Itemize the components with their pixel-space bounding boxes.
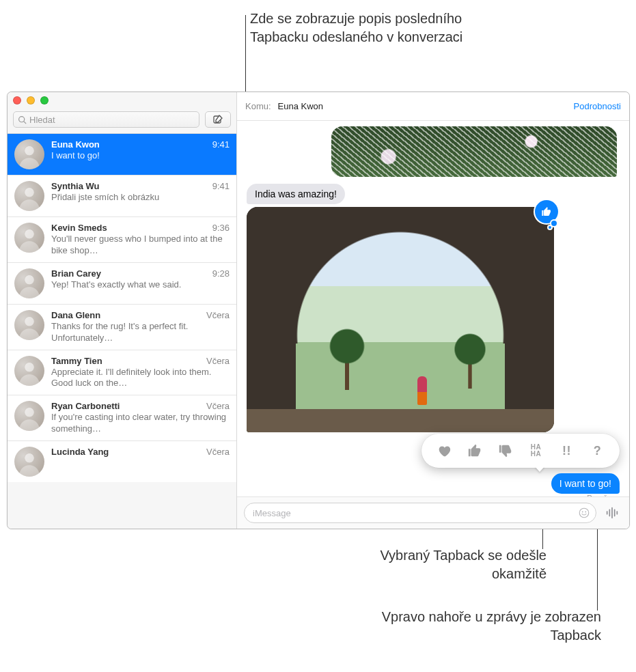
audio-record-button[interactable] bbox=[602, 503, 622, 523]
tapback-thumbs-up-button[interactable] bbox=[465, 440, 485, 461]
conversation-name: Lucinda Yang bbox=[51, 447, 109, 457]
conversation-item-dana-glenn[interactable]: Dana Glenn Včera Thanks for the rug! It'… bbox=[8, 305, 236, 350]
thumbs-up-icon bbox=[467, 443, 482, 458]
incoming-image-message[interactable] bbox=[331, 126, 617, 177]
conversation-item-kevin-smeds[interactable]: Kevin Smeds 9:36 You'll never guess who … bbox=[8, 217, 236, 263]
recipient-name[interactable]: Euna Kwon bbox=[278, 101, 324, 111]
tapback-question-button[interactable]: ? bbox=[587, 440, 608, 461]
message-input[interactable]: iMessage bbox=[244, 503, 596, 523]
compose-bar: iMessage bbox=[237, 496, 629, 529]
avatar bbox=[14, 268, 44, 298]
conversation-item-tammy-tien[interactable]: Tammy Tien Včera Appreciate it. I'll def… bbox=[8, 350, 236, 396]
annotation-bottom: Vpravo nahoře u zprávy je zobrazen Tapba… bbox=[355, 608, 601, 645]
to-label: Komu: bbox=[245, 101, 271, 111]
svg-line-1 bbox=[24, 121, 26, 123]
avatar bbox=[14, 401, 44, 431]
avatar bbox=[14, 181, 44, 211]
avatar bbox=[14, 310, 44, 340]
conversation-name: Kevin Smeds bbox=[51, 223, 107, 233]
svg-point-3 bbox=[579, 508, 589, 518]
window-controls bbox=[13, 96, 231, 104]
incoming-text-message[interactable]: India was amazing! bbox=[247, 184, 345, 204]
message-thread[interactable]: India was amazing! bbox=[237, 121, 629, 496]
minimize-window-button[interactable] bbox=[27, 96, 35, 104]
titlebar bbox=[8, 92, 236, 106]
search-input[interactable]: Hledat bbox=[13, 111, 199, 128]
annotation-top: Zde se zobrazuje popis posledního Tapbac… bbox=[250, 10, 516, 46]
conversation-time: Včera bbox=[206, 401, 230, 411]
messages-window: Hledat Euna Kwon 9:41 I want to go! bbox=[7, 92, 630, 529]
thumbs-up-icon bbox=[541, 206, 552, 217]
conversation-list: Euna Kwon 9:41 I want to go! Synthia Wu … bbox=[8, 133, 236, 529]
zoom-window-button[interactable] bbox=[40, 96, 49, 104]
sidebar-toolbar: Hledat bbox=[8, 106, 236, 133]
tapback-heart-button[interactable] bbox=[434, 440, 454, 461]
conversation-item-lucinda-yang[interactable]: Lucinda Yang Včera bbox=[8, 441, 236, 482]
annotation-mid: Vybraný Tapback se odešle okamžitě bbox=[335, 546, 547, 583]
conversation-snippet: Appreciate it. I'll definitely look into… bbox=[51, 367, 230, 390]
conversation-name: Dana Glenn bbox=[51, 310, 100, 320]
tapback-badge-thumbs-up[interactable] bbox=[535, 200, 558, 223]
conversation-name: Tammy Tien bbox=[51, 356, 102, 366]
conversation-snippet: If you're casting into clear water, try … bbox=[51, 412, 230, 435]
svg-point-0 bbox=[19, 116, 25, 122]
conversation-item-ryan-carbonetti[interactable]: Ryan Carbonetti Včera If you're casting … bbox=[8, 395, 236, 441]
waveform-icon bbox=[605, 505, 620, 520]
conversation-time: Včera bbox=[206, 447, 230, 457]
avatar bbox=[14, 447, 44, 477]
conversation-time: 9:28 bbox=[212, 268, 230, 279]
tapback-palette: HAHA !! ? bbox=[421, 434, 620, 468]
conversation-name: Euna Kwon bbox=[51, 139, 100, 150]
question-icon: ? bbox=[594, 444, 602, 458]
avatar bbox=[14, 223, 44, 253]
details-link[interactable]: Podrobnosti bbox=[574, 101, 621, 111]
conversation-time: 9:41 bbox=[212, 139, 230, 150]
message-input-placeholder: iMessage bbox=[253, 508, 291, 518]
conversation-name: Ryan Carbonetti bbox=[51, 401, 120, 411]
conversation-item-brian-carey[interactable]: Brian Carey 9:28 Yep! That's exactly wha… bbox=[8, 263, 236, 305]
conversation-item-euna-kwon[interactable]: Euna Kwon 9:41 I want to go! bbox=[8, 134, 236, 176]
search-icon bbox=[18, 115, 27, 124]
heart-icon bbox=[437, 443, 452, 458]
conversation-name: Brian Carey bbox=[51, 268, 101, 279]
conversation-name: Synthia Wu bbox=[51, 181, 100, 191]
conversation-snippet: I want to go! bbox=[51, 150, 230, 162]
tapback-exclaim-button[interactable]: !! bbox=[557, 440, 577, 461]
outgoing-text-message[interactable]: I want to go! bbox=[551, 473, 620, 494]
delivered-label: Doručeno bbox=[587, 494, 620, 496]
emoji-icon[interactable] bbox=[578, 507, 590, 519]
haha-icon: HAHA bbox=[531, 444, 541, 458]
tapback-haha-button[interactable]: HAHA bbox=[526, 440, 547, 461]
conversation-header: Komu: Euna Kwon Podrobnosti bbox=[237, 92, 629, 121]
compose-icon bbox=[212, 114, 223, 125]
exclaim-icon: !! bbox=[562, 444, 571, 458]
conversation-item-synthia-wu[interactable]: Synthia Wu 9:41 Přidali jste smích k obr… bbox=[8, 176, 236, 217]
avatar bbox=[14, 356, 44, 386]
svg-point-5 bbox=[585, 512, 586, 513]
incoming-image-message-arch[interactable] bbox=[247, 207, 554, 432]
sidebar: Hledat Euna Kwon 9:41 I want to go! bbox=[8, 92, 237, 529]
close-window-button[interactable] bbox=[13, 96, 21, 104]
svg-point-4 bbox=[582, 512, 583, 513]
conversation-time: 9:41 bbox=[212, 181, 230, 191]
compose-button[interactable] bbox=[205, 111, 231, 128]
conversation-snippet: Yep! That's exactly what we said. bbox=[51, 279, 230, 291]
conversation-snippet: You'll never guess who I bumped into at … bbox=[51, 234, 230, 257]
avatar bbox=[14, 139, 44, 169]
conversation-pane: Komu: Euna Kwon Podrobnosti India was am… bbox=[237, 92, 629, 529]
conversation-time: Včera bbox=[206, 310, 230, 320]
conversation-snippet: Přidali jste smích k obrázku bbox=[51, 192, 230, 204]
thumbs-down-icon bbox=[498, 443, 513, 458]
search-placeholder: Hledat bbox=[29, 115, 55, 125]
conversation-time: 9:36 bbox=[212, 223, 230, 233]
conversation-time: Včera bbox=[206, 356, 230, 366]
tapback-thumbs-down-button[interactable] bbox=[495, 440, 516, 461]
conversation-snippet: Thanks for the rug! It's a perfect fit. … bbox=[51, 321, 230, 344]
